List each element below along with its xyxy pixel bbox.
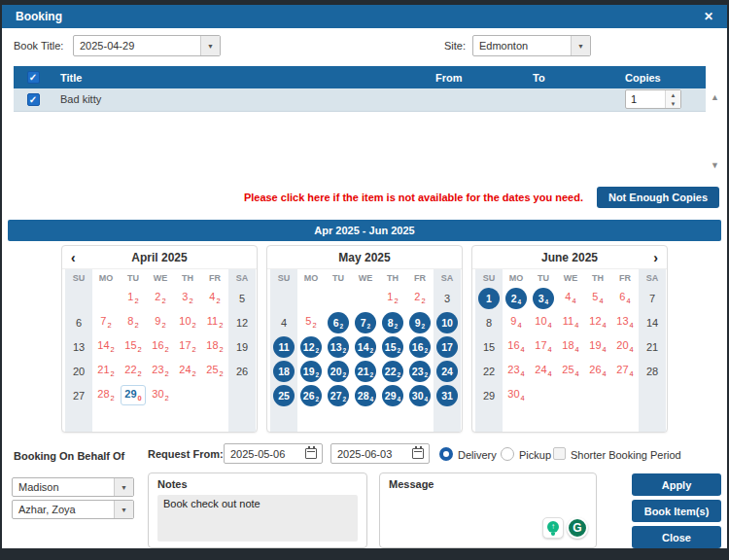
available-day[interactable]: 124 [589, 315, 606, 327]
day-cell[interactable]: 3 [434, 286, 461, 310]
day-cell[interactable]: 13 [65, 334, 92, 359]
calendar-icon[interactable] [305, 448, 317, 459]
day-cell[interactable]: 82 [379, 310, 406, 334]
selected-day[interactable]: 152 [382, 336, 403, 358]
day-cell[interactable]: 162 [147, 334, 174, 359]
stepper-up-icon[interactable]: ▲ [666, 90, 680, 99]
day-cell[interactable]: 192 [297, 359, 325, 383]
day-cell[interactable]: 152 [379, 334, 406, 359]
day-cell[interactable]: 232 [406, 359, 434, 383]
weekend-day[interactable]: 8 [486, 317, 492, 329]
available-day[interactable]: 184 [562, 339, 578, 351]
weekend-day[interactable]: 15 [483, 341, 495, 353]
site-select[interactable]: Edmonton ▼ [472, 35, 591, 56]
notes-textarea[interactable]: Book check out note [157, 495, 358, 542]
day-cell[interactable]: 92 [147, 310, 174, 334]
selected-day[interactable]: 222 [382, 361, 403, 382]
selected-day[interactable]: 18 [273, 361, 295, 382]
chevron-down-icon[interactable]: ▼ [114, 501, 133, 518]
shorter-booking-checkbox[interactable] [553, 447, 566, 460]
day-cell[interactable]: 54 [584, 286, 611, 310]
apply-button[interactable]: Apply [632, 473, 721, 496]
grammarly-tone-icon[interactable]: ↑ [542, 517, 564, 539]
day-cell[interactable]: 134 [611, 310, 639, 334]
day-cell[interactable]: 12 [379, 286, 406, 310]
day-cell[interactable]: 212 [92, 359, 120, 383]
chevron-down-icon[interactable]: ▼ [114, 478, 133, 496]
delivery-radio[interactable] [439, 447, 453, 461]
available-day[interactable]: 92 [155, 315, 165, 327]
day-cell[interactable]: 234 [503, 359, 530, 383]
available-day[interactable]: 12 [387, 291, 398, 302]
day-cell[interactable]: 7 [639, 286, 666, 310]
table-row[interactable]: ✓ Bad kitty 1 ▲ ▼ [14, 88, 706, 111]
day-cell[interactable]: 92 [406, 310, 434, 334]
day-cell[interactable]: 8 [475, 310, 503, 334]
day-cell[interactable]: 82 [120, 310, 147, 334]
select-all-checkbox[interactable]: ✓ [27, 71, 40, 84]
available-day[interactable]: 212 [97, 364, 114, 375]
selected-day[interactable]: 272 [328, 385, 349, 406]
selected-day[interactable]: 11 [273, 336, 295, 358]
behalf-user-select[interactable]: Azhar, Zoya ▼ [12, 500, 134, 519]
date-from-input[interactable]: 2025-05-06 [224, 443, 323, 464]
weekend-day[interactable]: 6 [76, 317, 82, 329]
available-day[interactable]: 22 [414, 291, 425, 302]
day-cell[interactable]: 124 [584, 310, 611, 334]
day-cell[interactable]: 304 [503, 383, 530, 407]
day-cell[interactable]: 264 [584, 359, 611, 383]
day-cell[interactable]: 114 [557, 310, 584, 334]
weekend-day[interactable]: 4 [281, 317, 287, 329]
day-cell[interactable]: 27 [65, 383, 92, 407]
weekend-day[interactable]: 28 [646, 366, 658, 377]
weekend-day[interactable]: 14 [646, 317, 658, 329]
day-cell[interactable]: 20 [65, 359, 92, 383]
available-day[interactable]: 52 [305, 315, 316, 327]
day-cell[interactable]: 222 [379, 359, 406, 383]
row-checkbox[interactable]: ✓ [27, 93, 40, 106]
day-cell[interactable]: 22 [147, 286, 174, 310]
day-cell[interactable]: 24 [503, 286, 530, 310]
available-day[interactable]: 134 [616, 315, 633, 327]
selected-day[interactable]: 24 [505, 288, 527, 309]
table-scrollbar[interactable]: ▲ ▼ [708, 92, 722, 170]
day-cell[interactable]: 182 [201, 334, 228, 359]
day-cell[interactable]: 32 [174, 286, 201, 310]
available-day[interactable]: 32 [182, 291, 192, 302]
scroll-up-icon[interactable]: ▲ [711, 92, 719, 102]
selected-day[interactable]: 82 [382, 312, 403, 333]
day-cell[interactable]: 22 [475, 359, 503, 383]
day-cell[interactable]: 244 [530, 359, 557, 383]
day-cell[interactable]: 122 [297, 334, 325, 359]
available-day[interactable]: 172 [179, 339, 195, 351]
day-cell[interactable]: 52 [297, 310, 325, 334]
available-day[interactable]: 242 [179, 364, 195, 375]
day-cell[interactable]: 204 [611, 334, 639, 359]
behalf-site-select[interactable]: Madison ▼ [12, 477, 134, 497]
day-cell[interactable]: 232 [147, 359, 174, 383]
day-cell[interactable]: 12 [228, 310, 256, 334]
close-button[interactable]: Close [632, 526, 721, 548]
day-cell[interactable]: 242 [174, 359, 201, 383]
day-cell[interactable]: 4 [270, 310, 297, 334]
available-day[interactable]: 194 [589, 339, 606, 351]
available-day[interactable]: 244 [535, 364, 551, 375]
day-cell[interactable]: 17 [434, 334, 461, 359]
day-cell[interactable]: 112 [201, 310, 228, 334]
available-day[interactable]: 94 [510, 315, 521, 327]
day-cell[interactable]: 304 [406, 383, 434, 407]
available-day[interactable]: 204 [616, 339, 633, 351]
selected-day[interactable]: 202 [328, 361, 349, 382]
selected-day[interactable]: 232 [409, 361, 431, 382]
day-cell[interactable]: 290 [120, 383, 147, 407]
available-day[interactable]: 164 [507, 339, 524, 351]
day-cell[interactable]: 62 [325, 310, 352, 334]
stepper-down-icon[interactable]: ▼ [666, 99, 680, 108]
weekend-day[interactable]: 12 [236, 317, 248, 329]
weekend-day[interactable]: 5 [239, 293, 245, 304]
close-icon[interactable]: ✕ [704, 10, 713, 23]
scroll-down-icon[interactable]: ▼ [711, 160, 719, 170]
day-cell[interactable]: 31 [434, 383, 461, 407]
day-cell[interactable]: 202 [325, 359, 352, 383]
weekend-day[interactable]: 22 [483, 366, 495, 377]
